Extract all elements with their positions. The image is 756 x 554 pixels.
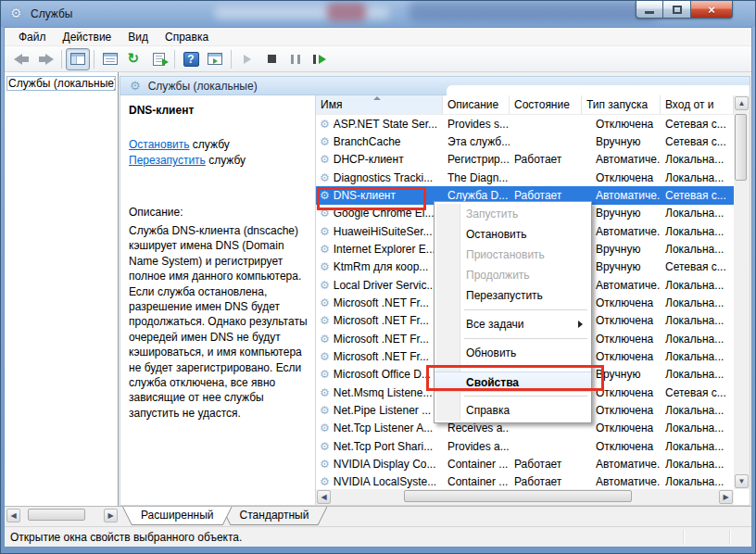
- start-service-button[interactable]: [235, 48, 259, 70]
- table-row[interactable]: ⚙Net.Tcp Port Shari...Provides a...Отклю…: [316, 437, 734, 455]
- title-bar[interactable]: ⚙ Службы ×: [1, 1, 755, 27]
- show-tree-button[interactable]: [66, 48, 90, 70]
- menubar-item-2[interactable]: Действие: [55, 29, 120, 45]
- context-menu: ЗапуститьОстановитьПриостановитьПродолжи…: [434, 201, 592, 423]
- statusbar-divider: [683, 530, 684, 545]
- service-name: DNS-клиент: [334, 189, 396, 202]
- menubar-item-4[interactable]: Справка: [157, 29, 217, 45]
- scroll-up-icon[interactable]: ▲: [735, 96, 749, 110]
- toolbar-separator: [61, 50, 62, 69]
- statusbar-divider: [729, 530, 730, 545]
- menu-item-перезапустить[interactable]: Перезапустить: [435, 285, 591, 306]
- menubar: ФайлДействиеВидСправка: [5, 28, 751, 46]
- service-gear-icon: ⚙: [320, 315, 330, 326]
- table-row[interactable]: ⚙Diagnostics Tracki...The Diagn...Отключ…: [316, 169, 734, 186]
- tab-стандартный[interactable]: Стандартный: [221, 507, 328, 525]
- service-name: DHCP-клиент: [334, 153, 404, 166]
- table-row[interactable]: ⚙NVIDIA LocalSyste...Container ...Работа…: [316, 473, 734, 489]
- start-service-icon: [244, 55, 251, 64]
- tree-node-services-local[interactable]: Службы (локальные): [6, 76, 116, 91]
- table-row[interactable]: ⚙ASP.NET State Ser...Provides s...Отключ…: [316, 115, 734, 132]
- service-startup-type-cell: Отключена: [582, 350, 661, 363]
- vertical-scroll-thumb[interactable]: [735, 114, 747, 181]
- service-state-cell: Работает: [510, 153, 582, 166]
- pause-service-button[interactable]: [284, 48, 308, 70]
- forward-icon: [38, 54, 54, 65]
- action-pane-button[interactable]: [203, 48, 227, 70]
- service-state-cell: Работает: [510, 189, 582, 202]
- stop-service-link[interactable]: Остановить: [129, 138, 190, 151]
- stop-service-button[interactable]: [259, 48, 284, 70]
- service-name-cell: ⚙HuaweiHiSuiteSer...: [316, 225, 443, 238]
- service-name: HuaweiHiSuiteSer...: [334, 225, 433, 238]
- service-name-cell: ⚙Net.Tcp Port Shari...: [316, 440, 443, 453]
- service-gear-icon: ⚙: [320, 441, 330, 452]
- menu-item-остановить[interactable]: Остановить: [435, 224, 591, 245]
- column-header-2[interactable]: Описание: [443, 95, 510, 114]
- column-header-1[interactable]: Имя: [316, 95, 443, 114]
- service-logon-as-cell: Локальна...: [661, 225, 734, 238]
- menu-item-обновить[interactable]: Обновить: [435, 343, 591, 363]
- column-header-4[interactable]: Тип запуска: [582, 95, 661, 114]
- service-name-cell: ⚙Microsoft .NET Fr...: [316, 314, 443, 327]
- service-description: Служба DNS-клиента (dnscache) кэширует и…: [129, 223, 310, 421]
- table-row[interactable]: ⚙NVIDIA Display Co...Container ...Работа…: [316, 455, 734, 472]
- service-startup-type-cell: Автоматиче...: [582, 279, 661, 292]
- export-list-button[interactable]: [146, 48, 170, 70]
- restart-service-link[interactable]: Перезапустить: [129, 154, 206, 167]
- service-action-link-row: Остановить службу: [129, 137, 308, 153]
- table-row[interactable]: ⚙DHCP-клиентРегистрир...РаботаетАвтомати…: [316, 151, 734, 169]
- services-gear-icon: ⚙: [10, 6, 22, 20]
- maximize-button[interactable]: [663, 1, 691, 19]
- refresh-button[interactable]: [122, 48, 146, 70]
- horizontal-scroll-thumb[interactable]: [404, 490, 632, 502]
- menubar-item-3[interactable]: Вид: [120, 29, 157, 45]
- scroll-down-icon[interactable]: ▼: [735, 474, 749, 488]
- tab-расширенный[interactable]: Расширенный: [122, 507, 233, 525]
- vertical-scrollbar[interactable]: ▲ ▼: [734, 95, 750, 489]
- column-header-3[interactable]: Состояние: [510, 95, 582, 114]
- service-logon-as-cell: Локальна...: [661, 171, 734, 184]
- forward-button[interactable]: [33, 48, 57, 70]
- service-gear-icon: ⚙: [320, 280, 330, 291]
- column-header-5[interactable]: Вход от и: [661, 95, 734, 114]
- menubar-item-1[interactable]: Файл: [10, 29, 55, 45]
- table-row[interactable]: ⚙BranchCacheЭта служб...ВручнуюСетевая с…: [316, 132, 734, 150]
- sort-ascending-icon: [373, 96, 381, 100]
- tree-horizontal-scrollbar[interactable]: ◀ ▶: [6, 509, 119, 524]
- service-description-cell: Provides a...: [443, 440, 510, 453]
- properties-button[interactable]: [98, 48, 122, 70]
- column-header-label: Состояние: [514, 98, 570, 111]
- tab-label: Стандартный: [240, 509, 309, 522]
- service-gear-icon: ⚙: [320, 190, 330, 201]
- service-name: BranchCache: [334, 135, 401, 148]
- scroll-left-icon[interactable]: ◀: [317, 490, 331, 504]
- service-startup-type-cell: Автоматиче...: [582, 225, 661, 238]
- service-name-cell: ⚙Net.Pipe Listener ...: [316, 404, 443, 417]
- service-gear-icon: ⚙: [320, 226, 330, 237]
- service-startup-type-cell: Отключена: [582, 404, 661, 417]
- tree-scroll-left-icon[interactable]: ◀: [6, 509, 20, 523]
- horizontal-scrollbar[interactable]: ◀ ▶: [316, 489, 734, 505]
- service-description-cell: Provides s...: [443, 118, 510, 131]
- menu-item-справка[interactable]: Справка: [435, 400, 591, 421]
- service-gear-icon: ⚙: [320, 476, 330, 487]
- restart-service-button[interactable]: [308, 48, 332, 70]
- minimize-button[interactable]: [636, 1, 663, 19]
- service-description-cell: Служба D...: [443, 189, 510, 202]
- tree-scroll-thumb[interactable]: [28, 509, 85, 521]
- results-banner: ⚙ Службы (локальные): [120, 76, 750, 95]
- tree-scroll-right-icon[interactable]: ▶: [104, 509, 118, 523]
- close-button[interactable]: ×: [691, 1, 733, 19]
- menu-item-свойства[interactable]: Свойства: [435, 371, 591, 392]
- service-gear-icon: ⚙: [320, 405, 330, 416]
- scroll-right-icon[interactable]: ▶: [719, 490, 733, 504]
- menu-item-все-задачи[interactable]: Все задачи: [435, 314, 591, 334]
- service-name: Microsoft .NET Fr...: [334, 333, 429, 346]
- help-button[interactable]: [179, 48, 203, 70]
- service-name: Microsoft .NET Fr...: [334, 314, 429, 327]
- service-logon-as-cell: Сетевая с...: [661, 118, 734, 131]
- main-area: Службы (локальные) ⚙ Службы (локальные) …: [5, 72, 751, 506]
- service-startup-type-cell: Отключена: [582, 314, 661, 327]
- back-button[interactable]: [9, 48, 33, 70]
